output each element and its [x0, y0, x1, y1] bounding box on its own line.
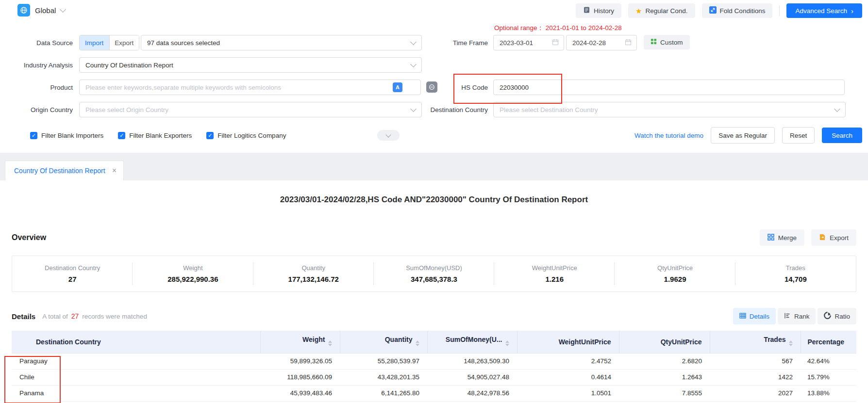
chevron-down-icon: [834, 106, 840, 112]
stat-label: Quantity: [301, 264, 325, 272]
destination-country-placeholder: Please select Destination Country: [500, 106, 598, 113]
star-icon: ★: [635, 7, 642, 15]
sort-icon[interactable]: [328, 339, 332, 348]
stat-sum-of-money: SumOfMoney(USD) 347,685,378.3: [374, 256, 494, 291]
start-date-input[interactable]: 2023-03-01: [493, 35, 564, 50]
origin-country-select[interactable]: Please select Origin Country: [79, 102, 422, 117]
collapse-conditions-button[interactable]: [377, 130, 400, 141]
col-label: Quantity: [385, 336, 413, 343]
stat-label: Weight: [183, 264, 202, 272]
regular-cond-button[interactable]: ★ Regular Cond.: [628, 3, 695, 18]
col-quantity[interactable]: Quantity: [340, 331, 427, 353]
filter-blank-exporters-label: Filter Blank Exporters: [129, 132, 192, 139]
merge-button[interactable]: Merge: [760, 229, 804, 246]
globe-icon: [17, 4, 30, 16]
view-switcher: Details Rank Ratio: [733, 308, 856, 324]
hs-code-input[interactable]: [493, 80, 845, 95]
col-sum-of-money[interactable]: SumOfMoney(U...: [427, 331, 517, 353]
details-heading: Details: [12, 312, 35, 321]
filter-blank-exporters-checkbox[interactable]: ✓ Filter Blank Exporters: [118, 132, 192, 139]
close-icon[interactable]: ×: [112, 167, 117, 175]
filter-blank-importers-label: Filter Blank Importers: [41, 132, 103, 139]
fold-icon: [709, 6, 717, 15]
top-bar: Global History ★ Regular Cond. Fold Cond…: [0, 0, 868, 21]
stat-label: Destination Country: [45, 264, 100, 272]
match-summary: A total of27records were matched: [42, 312, 147, 320]
view-rank-button[interactable]: Rank: [778, 308, 816, 324]
region-label: Global: [35, 6, 56, 15]
fold-conditions-label: Fold Conditions: [720, 7, 766, 15]
tab-strip: Country Of Destination Report ×: [0, 153, 868, 180]
data-sources-select[interactable]: 97 data sources selected: [141, 35, 422, 50]
col-destination-country: Destination Country: [12, 331, 260, 353]
destination-country-select[interactable]: Please select Destination Country: [493, 102, 846, 117]
search-button[interactable]: Search: [822, 128, 862, 143]
stat-value: 1.9629: [664, 275, 686, 283]
cell-trades: 567: [710, 353, 801, 369]
cell-percentage: 13.88%: [801, 385, 856, 401]
table-row[interactable]: Chile 118,985,660.09 43,428,201.35 54,90…: [12, 369, 856, 385]
custom-range-label: Custom: [660, 39, 683, 46]
translate-icon[interactable]: A: [393, 82, 402, 92]
export-button[interactable]: Export: [811, 229, 856, 246]
col-weight-unit-price: WeightUnitPrice: [517, 331, 619, 353]
table-row[interactable]: Panama 45,939,483.46 6,141,265.80 48,242…: [12, 385, 856, 401]
stat-label: WeightUnitPrice: [532, 264, 577, 272]
cell-weight-unit-price: 0.4614: [517, 369, 619, 385]
view-details-label: Details: [750, 313, 769, 320]
filter-checkboxes: ✓ Filter Blank Importers ✓ Filter Blank …: [30, 127, 286, 144]
history-label: History: [594, 7, 614, 15]
filter-blank-importers-checkbox[interactable]: ✓ Filter Blank Importers: [30, 132, 103, 139]
col-trades[interactable]: Trades: [710, 331, 801, 353]
stat-value: 177,132,146.72: [288, 275, 339, 283]
top-bar-actions: History ★ Regular Cond. Fold Conditions …: [576, 3, 862, 18]
cell-weight: 45,939,483.46: [260, 385, 340, 401]
advanced-search-button[interactable]: Advanced Search ›: [786, 3, 862, 18]
checkbox-checked-icon: ✓: [30, 132, 37, 139]
chevron-down-icon: [410, 61, 417, 67]
custom-range-button[interactable]: Custom: [644, 35, 690, 49]
reset-button[interactable]: Reset: [782, 127, 815, 144]
industry-analysis-select[interactable]: Country Of Destination Report: [79, 57, 422, 73]
fold-conditions-button[interactable]: Fold Conditions: [702, 3, 773, 18]
overview-header: Overview Merge Export: [12, 229, 856, 246]
sort-icon[interactable]: [416, 339, 419, 348]
tab-country-of-destination-report[interactable]: Country Of Destination Report ×: [5, 161, 124, 180]
industry-analysis-value: Country Of Destination Report: [85, 62, 173, 69]
product-input[interactable]: [79, 80, 421, 95]
cell-qty-unit-price: 1.2643: [619, 369, 710, 385]
trade-data-app: Global History ★ Regular Cond. Fold Cond…: [0, 0, 868, 403]
view-details-button[interactable]: Details: [733, 308, 776, 324]
stat-label: QtyUnitPrice: [657, 264, 693, 272]
save-as-regular-button[interactable]: Save as Regular: [711, 127, 775, 144]
cell-country: Panama: [12, 385, 260, 401]
cell-qty-unit-price: 2.6820: [619, 353, 710, 369]
sort-icon[interactable]: [505, 339, 509, 348]
region-selector[interactable]: Global: [17, 4, 65, 16]
start-date-value: 2023-03-01: [500, 39, 533, 47]
export-tab[interactable]: Export: [109, 35, 139, 50]
stat-weight-unit-price: WeightUnitPrice 1.216: [494, 256, 615, 291]
view-ratio-button[interactable]: Ratio: [818, 308, 856, 324]
merge-label: Merge: [778, 234, 797, 242]
end-date-input[interactable]: 2024-02-28: [566, 35, 637, 50]
overview-stats-card: Destination Country 27 Weight 285,922,99…: [12, 256, 856, 292]
col-weight[interactable]: Weight: [260, 331, 340, 353]
tutorial-demo-link[interactable]: Watch the tutorial demo: [634, 132, 703, 139]
sort-icon[interactable]: [789, 339, 793, 348]
chevron-down-icon: [60, 6, 66, 13]
cell-qty-unit-price: 7.8555: [619, 385, 710, 401]
overview-actions: Merge Export: [760, 229, 856, 246]
stat-label: Trades: [786, 264, 805, 272]
bar-chart-icon: [784, 312, 791, 321]
row-countries: Origin Country Please select Origin Coun…: [0, 102, 868, 117]
table-row[interactable]: Paraguay 59,899,326.05 55,280,539.97 148…: [12, 353, 856, 369]
col-percentage: Percentage: [801, 331, 856, 353]
row-product-hscode: Product A HS Code: [0, 80, 868, 95]
history-button[interactable]: History: [576, 3, 621, 18]
filter-logistics-company-checkbox[interactable]: ✓ Filter Logitics Company: [206, 132, 286, 139]
cell-country: Chile: [12, 369, 260, 385]
industry-analysis-label: Industry Analysis: [0, 57, 73, 73]
history-icon: [583, 6, 590, 15]
import-tab[interactable]: Import: [80, 35, 109, 50]
